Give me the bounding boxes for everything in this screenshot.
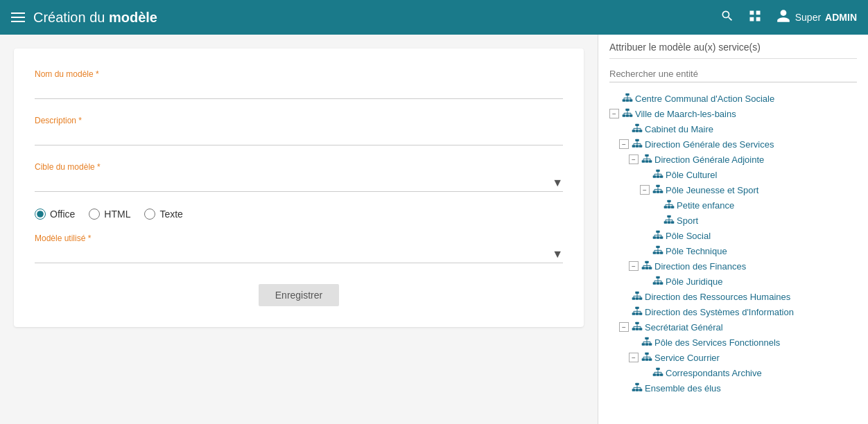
search-entity-input[interactable] — [609, 66, 857, 82]
svg-rect-111 — [660, 282, 663, 284]
grid-icon[interactable] — [748, 9, 762, 26]
tree-item[interactable]: Pôle Culturel — [609, 167, 857, 182]
radio-office[interactable]: Office — [35, 209, 75, 220]
app-header: Création du modèle Super ADMIN — [0, 0, 868, 35]
svg-rect-102 — [649, 267, 652, 269]
search-icon[interactable] — [720, 9, 734, 26]
modele-field: Modèle utilisé * ▼ — [35, 233, 563, 263]
svg-rect-120 — [639, 297, 643, 299]
tree-item-label: Direction Générale des Services — [645, 139, 774, 150]
svg-rect-64 — [664, 206, 668, 208]
modele-select-wrapper: ▼ — [35, 246, 563, 263]
main-container: Nom du modèle * Description * Cible du m… — [0, 35, 868, 424]
cible-field: Cible du modèle * ▼ — [35, 162, 563, 192]
svg-rect-10 — [623, 114, 626, 116]
svg-rect-119 — [636, 297, 639, 299]
tree-toggle-collapse[interactable]: − — [629, 154, 639, 164]
tree-item-label: Direction des Systèmes d'Information — [645, 307, 794, 317]
svg-rect-73 — [664, 221, 668, 223]
tree-item[interactable]: Pôle Juridique — [609, 274, 857, 289]
description-input[interactable] — [35, 128, 563, 145]
cible-label: Cible du modèle * — [35, 162, 563, 172]
nom-label: Nom du modèle * — [35, 69, 563, 79]
tree-item[interactable]: Direction des Ressources Humaines — [609, 289, 857, 304]
menu-icon[interactable] — [11, 12, 25, 22]
tree-item[interactable]: Pôle Technique — [609, 243, 857, 258]
tree-item[interactable]: −Direction des Finances — [609, 258, 857, 274]
svg-rect-172 — [632, 389, 636, 391]
svg-rect-136 — [632, 328, 636, 330]
cible-select[interactable] — [35, 177, 563, 188]
svg-rect-147 — [649, 343, 652, 345]
svg-rect-117 — [635, 292, 639, 294]
tree-item[interactable]: Cabinet du Maire — [609, 121, 857, 136]
svg-rect-20 — [636, 130, 639, 132]
tree-toggle-collapse[interactable]: − — [619, 139, 629, 149]
tree-item[interactable]: Sport — [609, 213, 857, 228]
tree-item-label: Pôle Social — [666, 231, 711, 241]
tree-item[interactable]: Pôle des Services Fonctionnels — [609, 335, 857, 350]
tree-item[interactable]: Ensemble des élus — [609, 380, 857, 396]
tree-item[interactable]: Correspondants Archive — [609, 365, 857, 380]
radio-html[interactable]: HTML — [89, 209, 130, 220]
svg-rect-155 — [645, 358, 649, 360]
nom-field: Nom du modèle * — [35, 69, 563, 99]
tree-item[interactable]: −Secrétariat Général — [609, 319, 857, 335]
title-bold: modèle — [109, 10, 157, 25]
left-panel: Nom du modèle * Description * Cible du m… — [0, 35, 598, 424]
tree-item[interactable]: Centre Communal d'Action Sociale — [609, 91, 857, 106]
svg-rect-93 — [660, 251, 663, 254]
tree-toggle-collapse[interactable]: − — [619, 322, 629, 332]
description-label: Description * — [35, 116, 563, 125]
svg-rect-57 — [660, 191, 663, 193]
tree-item[interactable]: −Direction Générale Adjointe — [609, 152, 857, 167]
svg-rect-162 — [656, 368, 659, 370]
svg-rect-37 — [642, 160, 645, 162]
svg-rect-137 — [636, 328, 639, 330]
tree-item[interactable]: Petite enfance — [609, 197, 857, 213]
save-button[interactable]: Enregistrer — [259, 284, 339, 306]
svg-rect-2 — [626, 99, 630, 101]
tree-toggle-collapse[interactable]: − — [629, 261, 639, 271]
svg-rect-165 — [660, 373, 663, 376]
nom-input[interactable] — [35, 82, 563, 99]
tree-item[interactable]: −Ville de Maarch-les-bains — [609, 106, 857, 121]
radio-texte[interactable]: Texte — [144, 209, 182, 220]
svg-rect-171 — [635, 383, 639, 385]
modele-select[interactable] — [35, 249, 563, 260]
svg-rect-156 — [649, 358, 652, 360]
tree-item[interactable]: −Pôle Jeunesse et Sport — [609, 182, 857, 197]
svg-rect-0 — [625, 94, 629, 96]
tree-item-label: Direction Générale Adjointe — [654, 154, 764, 165]
tree-toggle-collapse[interactable]: − — [629, 353, 639, 362]
svg-rect-74 — [668, 221, 671, 223]
svg-rect-12 — [630, 114, 633, 116]
svg-rect-92 — [657, 251, 660, 254]
user-menu[interactable]: Super ADMIN — [776, 8, 857, 27]
tree-item-label: Petite enfance — [677, 200, 734, 211]
right-panel-title: Attribuer le modèle au(x) service(s) — [609, 42, 857, 59]
form-card: Nom du modèle * Description * Cible du m… — [14, 48, 584, 327]
svg-rect-56 — [657, 191, 660, 193]
svg-rect-9 — [625, 109, 629, 111]
modele-label: Modèle utilisé * — [35, 233, 563, 243]
svg-rect-81 — [656, 231, 659, 233]
tree-toggle-collapse[interactable]: − — [609, 109, 619, 118]
svg-rect-36 — [645, 154, 648, 157]
svg-rect-48 — [660, 175, 663, 177]
svg-rect-154 — [642, 358, 645, 360]
svg-rect-18 — [635, 124, 639, 126]
svg-rect-100 — [642, 267, 645, 269]
tree-item-label: Sport — [677, 215, 698, 226]
tree-item[interactable]: −Direction Générale des Services — [609, 136, 857, 152]
svg-rect-127 — [632, 312, 636, 315]
tree-toggle-collapse[interactable]: − — [640, 185, 650, 195]
tree-item[interactable]: −Service Courrier — [609, 350, 857, 365]
svg-rect-83 — [657, 236, 660, 238]
svg-rect-128 — [636, 312, 639, 315]
svg-rect-164 — [657, 373, 660, 376]
tree-item[interactable]: Pôle Social — [609, 228, 857, 243]
svg-rect-38 — [645, 160, 649, 162]
svg-rect-54 — [656, 185, 659, 187]
tree-item[interactable]: Direction des Systèmes d'Information — [609, 304, 857, 319]
